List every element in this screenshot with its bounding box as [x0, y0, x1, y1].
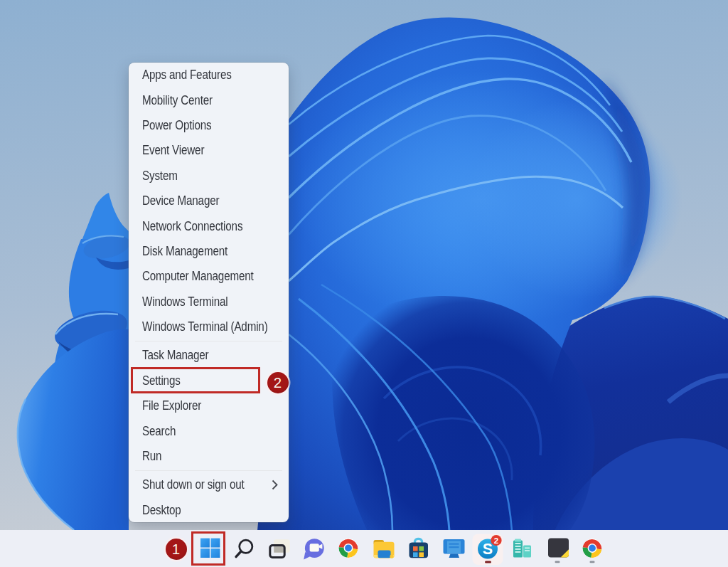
svg-text:2: 2 — [494, 536, 498, 545]
svg-text:S: S — [483, 541, 493, 558]
